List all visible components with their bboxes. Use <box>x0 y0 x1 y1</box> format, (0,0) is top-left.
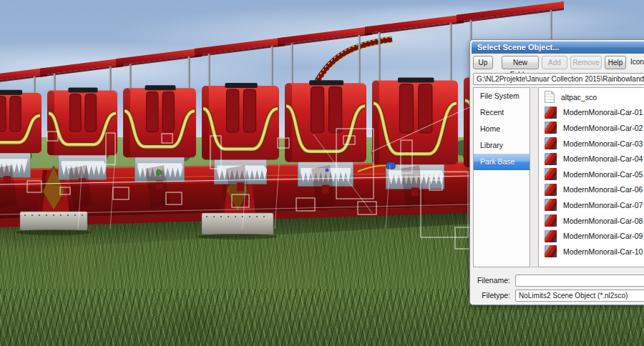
file-item[interactable]: ModernMonorail-Car-03 <box>539 136 644 152</box>
filetype-select[interactable] <box>515 290 644 302</box>
sidebar-item-recent[interactable]: Recent <box>474 104 530 121</box>
file-name: ModernMonorail-Car-05 <box>563 170 643 179</box>
thumbnail-icon <box>545 230 557 242</box>
file-item[interactable]: ModernMonorail-Car-09 <box>539 228 644 244</box>
file-name: ModernMonorail-Car-09 <box>563 232 643 240</box>
thumbnail-icon <box>545 137 557 149</box>
remove-button: Remove <box>570 56 602 69</box>
sidebar-item-home[interactable]: Home <box>474 121 530 137</box>
file-name: ModernMonorail-Car-08 <box>563 217 643 225</box>
help-button[interactable]: Help <box>605 56 626 69</box>
select-scene-object-dialog: Select Scene Object... Up New Folder Add… <box>469 39 644 305</box>
path-input[interactable] <box>473 73 644 85</box>
sidebar-item-park-base[interactable]: Park Base <box>474 154 530 170</box>
thumbnail-icon <box>545 122 557 134</box>
sidebar-item-library[interactable]: Library <box>474 137 530 154</box>
thumbnail-icon <box>545 168 557 180</box>
file-item[interactable]: ModernMonorail-Car-06 <box>539 182 644 198</box>
thumbnail-icon <box>545 153 557 165</box>
dialog-titlebar[interactable]: Select Scene Object... <box>472 41 644 54</box>
file-name: ModernMonorail-Car-01 <box>563 108 643 117</box>
file-item[interactable]: ModernMonorail-Car-04 <box>539 151 644 167</box>
file-item[interactable]: ModernMonorail-Car-02 <box>539 120 644 136</box>
file-name: ModernMonorail-Car-07 <box>563 201 643 209</box>
file-name: altpac_sco <box>561 93 597 102</box>
file-list: altpac_scoModernMonorail-Car-01ModernMon… <box>538 87 644 267</box>
file-item[interactable]: altpac_sco <box>539 89 644 105</box>
thumbnail-icon <box>545 199 557 211</box>
filename-input[interactable] <box>515 275 644 287</box>
location-sidebar: File SystemRecentHomeLibraryPark Base <box>473 87 530 267</box>
dialog-toolbar: Up New Folder Add Remove Help Icon Size <box>470 56 644 71</box>
icon-size-label: Icon Size <box>630 58 644 66</box>
file-name: ModernMonorail-Car-02 <box>563 124 643 132</box>
filename-label: Filename: <box>470 276 510 285</box>
filetype-label: Filetype: <box>470 291 510 300</box>
file-name: ModernMonorail-Car-03 <box>563 139 643 148</box>
app-window: Select Scene Object... Up New Folder Add… <box>0 0 644 346</box>
file-name: ModernMonorail-Car-06 <box>563 185 643 194</box>
sidebar-item-file-system[interactable]: File System <box>474 88 530 104</box>
thumbnail-icon <box>545 107 557 119</box>
file-item[interactable]: ModernMonorail-Car-10 <box>539 244 644 260</box>
panel-splitter[interactable] <box>531 87 537 267</box>
add-button: Add <box>542 56 567 69</box>
file-item[interactable]: ModernMonorail-Car-07 <box>539 197 644 213</box>
thumbnail-icon <box>545 245 557 257</box>
file-item[interactable]: ModernMonorail-Car-08 <box>539 213 644 229</box>
dialog-main-area: File SystemRecentHomeLibraryPark Base al… <box>470 87 644 267</box>
file-name: ModernMonorail-Car-04 <box>563 154 643 163</box>
file-name: ModernMonorail-Car-10 <box>563 247 643 256</box>
thumbnail-icon <box>545 184 557 196</box>
up-button[interactable]: Up <box>473 56 493 69</box>
file-item[interactable]: ModernMonorail-Car-05 <box>539 167 644 182</box>
file-icon <box>545 91 555 103</box>
thumbnail-icon <box>545 214 557 227</box>
new-folder-button[interactable]: New Folder <box>502 56 539 69</box>
file-item[interactable]: ModernMonorail-Car-01 <box>539 105 644 121</box>
